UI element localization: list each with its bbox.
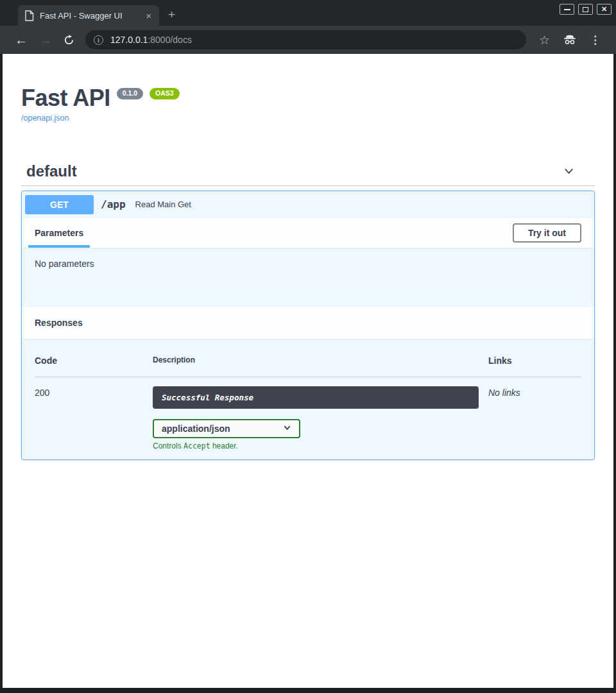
select-chevron-down-icon [283,424,291,434]
tab-close-icon[interactable]: × [144,11,153,21]
media-type-select[interactable]: application/json [153,419,300,438]
close-icon: ✕ [601,6,607,13]
media-type-value: application/json [162,424,230,434]
operation-description: Read Main Get [135,200,191,209]
api-title: Fast API [21,86,110,110]
column-header-links: Links [488,355,581,366]
minimize-icon [564,9,570,10]
responses-table: Code Description Links 200 Successful Re… [22,339,594,459]
back-button[interactable]: ← [9,33,33,46]
parameters-tab-label: Parameters [35,228,83,238]
opblock-get-app: GET /app Read Main Get Parameters Try it… [21,191,595,460]
operation-summary[interactable]: GET /app Read Main Get [22,191,594,218]
response-description-box: Successful Response [153,386,479,409]
response-row-200: 200 Successful Response application/json [35,377,581,450]
browser-tab[interactable]: Fast API - Swagger UI × [18,5,159,26]
responses-table-header: Code Description Links [35,355,581,377]
column-header-description: Description [153,355,488,366]
no-parameters-text: No parameters [22,248,594,307]
url-path: :8000/docs [148,35,192,45]
column-header-code: Code [35,355,153,366]
minimize-button[interactable] [560,4,574,15]
browser-menu-icon[interactable]: ⋮ [583,33,607,47]
api-info: Fast API 0.1.0 OAS3 /openapi.json [21,54,595,123]
site-info-icon[interactable]: i [94,35,103,45]
accept-code: Accept [184,441,210,450]
maximize-icon [583,7,588,12]
parameters-header: Parameters Try it out [22,218,594,248]
close-button[interactable]: ✕ [597,4,612,15]
tab-parameters[interactable]: Parameters [28,218,90,248]
incognito-icon [556,35,583,45]
method-badge: GET [25,195,94,214]
new-tab-button[interactable]: + [168,8,175,22]
response-links: No links [488,386,581,450]
accept-header-hint: Controls Accept header. [153,441,488,450]
active-tab-underline [28,245,90,248]
response-code: 200 [35,386,153,450]
responses-title: Responses [35,318,83,328]
browser-toolbar: ← → i 127.0.0.1:8000/docs ☆ ⋮ [0,26,616,54]
page-content: Fast API 0.1.0 OAS3 /openapi.json defaul… [3,54,613,688]
window-controls: ✕ [560,4,612,15]
maximize-button[interactable] [578,4,593,15]
oas3-badge: OAS3 [150,88,180,99]
responses-header: Responses [22,307,594,339]
try-it-out-button[interactable]: Try it out [513,223,581,243]
chevron-down-icon[interactable] [562,164,576,178]
address-bar[interactable]: i 127.0.0.1:8000/docs [85,30,526,49]
version-badge: 0.1.0 [117,88,143,99]
operation-path: /app [101,198,126,210]
tag-section-default: default GET /app Read Main Get Parameter… [21,160,595,460]
forward-button: → [33,33,58,46]
openapi-json-link[interactable]: /openapi.json [21,114,69,123]
tab-title: Fast API - Swagger UI [40,11,144,21]
browser-titlebar: Fast API - Swagger UI × + ✕ [0,0,616,26]
tag-header-default[interactable]: default [21,160,595,186]
tag-title: default [26,162,77,180]
url-host: 127.0.0.1 [110,35,148,45]
reload-button[interactable] [58,35,80,46]
document-page-icon [24,10,34,21]
bookmark-star-icon[interactable]: ☆ [533,33,556,47]
